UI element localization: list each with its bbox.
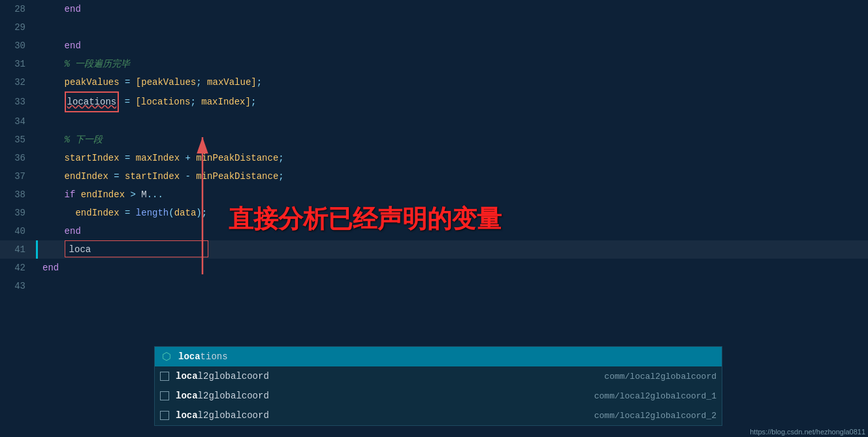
autocomplete-item-name-l2g3: local2globalcoord bbox=[176, 410, 568, 421]
match-highlight: loca bbox=[178, 351, 201, 362]
line-content-30: end bbox=[36, 37, 868, 55]
code-line-34: 34 bbox=[0, 112, 868, 131]
line-number-43: 43 bbox=[0, 281, 36, 291]
rect-icon-2 bbox=[160, 391, 169, 400]
line-content-40: end bbox=[36, 222, 868, 240]
loca-input[interactable]: loca bbox=[65, 240, 208, 257]
code-line-37: 37 endIndex = startIndex - minPeakDistan… bbox=[0, 167, 868, 186]
line-content-43 bbox=[36, 277, 868, 295]
line-number-37: 37 bbox=[0, 171, 36, 182]
line-number-29: 29 bbox=[0, 22, 36, 33]
line-content-38: if endIndex > M... bbox=[36, 186, 868, 204]
line-content-32: peakValues = [peakValues; maxValue]; bbox=[36, 73, 868, 91]
line-number-34: 34 bbox=[0, 116, 36, 127]
code-line-40: 40 end bbox=[0, 222, 868, 240]
code-line-41: 41 loca bbox=[0, 240, 868, 259]
line-content-42: end bbox=[36, 259, 868, 277]
autocomplete-item-name-l2g1: local2globalcoord bbox=[176, 371, 578, 381]
line-number-41: 41 bbox=[0, 244, 36, 255]
line-content-41: loca bbox=[36, 240, 868, 259]
autocomplete-item-name-l2g2: local2globalcoord bbox=[176, 391, 568, 401]
code-line-38: 38 if endIndex > M... bbox=[0, 186, 868, 204]
rect-icon-1 bbox=[160, 372, 169, 381]
active-line-indicator bbox=[36, 240, 38, 259]
code-line-42: 42 end bbox=[0, 259, 868, 277]
code-area: 28 end 29 30 end 31 % 一段遍历完毕 32 peakValu… bbox=[0, 0, 868, 295]
line-content-36: startIndex = maxIndex + minPeakDistance; bbox=[36, 149, 868, 167]
line-content-35: % 下一段 bbox=[36, 131, 868, 149]
code-line-35: 35 % 下一段 bbox=[0, 131, 868, 149]
line-number-30: 30 bbox=[0, 40, 36, 51]
line-number-35: 35 bbox=[0, 135, 36, 145]
match-highlight-3: loca bbox=[176, 391, 198, 401]
line-number-42: 42 bbox=[0, 263, 36, 273]
autocomplete-item-local2globalcoord-3[interactable]: local2globalcoord comm/local2globalcoord… bbox=[155, 406, 722, 425]
code-line-30: 30 end bbox=[0, 37, 868, 55]
code-line-43: 43 bbox=[0, 277, 868, 295]
autocomplete-item-local2globalcoord-1[interactable]: local2globalcoord comm/local2globalcoord bbox=[155, 366, 722, 386]
line-number-28: 28 bbox=[0, 4, 36, 14]
line-content-29 bbox=[36, 18, 868, 37]
match-highlight-2: loca bbox=[176, 371, 198, 381]
code-line-39: 39 endIndex = length(data); bbox=[0, 204, 868, 222]
code-line-31: 31 % 一段遍历完毕 bbox=[0, 55, 868, 73]
code-line-29: 29 bbox=[0, 18, 868, 37]
line-number-40: 40 bbox=[0, 226, 36, 236]
url-label: https://blog.csdn.net/hezhongla0811 bbox=[750, 428, 865, 436]
line-content-39: endIndex = length(data); bbox=[36, 204, 868, 222]
autocomplete-item-local2globalcoord-2[interactable]: local2globalcoord comm/local2globalcoord… bbox=[155, 386, 722, 406]
line-content-34 bbox=[36, 112, 868, 131]
autocomplete-item-path-1: comm/local2globalcoord bbox=[578, 372, 716, 381]
line-number-39: 39 bbox=[0, 208, 36, 218]
line-number-36: 36 bbox=[0, 153, 36, 163]
line-content-37: endIndex = startIndex - minPeakDistance; bbox=[36, 167, 868, 186]
line-content-31: % 一段遍历完毕 bbox=[36, 55, 868, 73]
editor-container: 28 end 29 30 end 31 % 一段遍历完毕 32 peakValu… bbox=[0, 0, 868, 437]
autocomplete-item-locations[interactable]: ⬡ locations bbox=[155, 347, 722, 366]
rect-icon-3 bbox=[160, 411, 169, 420]
code-line-28: 28 end bbox=[0, 0, 868, 18]
code-line-33: 33 locations = [locations; maxIndex]; bbox=[0, 91, 868, 112]
match-highlight-4: loca bbox=[176, 410, 198, 421]
line-number-32: 32 bbox=[0, 77, 36, 88]
code-line-32: 32 peakValues = [peakValues; maxValue]; bbox=[0, 73, 868, 91]
autocomplete-item-path-3: comm/local2globalcoord_2 bbox=[568, 411, 716, 421]
autocomplete-dropdown: ⬡ locations local2globalcoord comm/local… bbox=[154, 346, 722, 426]
line-number-38: 38 bbox=[0, 189, 36, 200]
autocomplete-item-name-locations: locations bbox=[178, 351, 716, 362]
cube-icon: ⬡ bbox=[160, 350, 173, 363]
autocomplete-item-path-2: comm/local2globalcoord_1 bbox=[568, 391, 716, 401]
locations-highlighted: locations bbox=[65, 91, 120, 112]
line-number-31: 31 bbox=[0, 59, 36, 69]
line-number-33: 33 bbox=[0, 97, 36, 107]
code-line-36: 36 startIndex = maxIndex + minPeakDistan… bbox=[0, 149, 868, 167]
line-content-33: locations = [locations; maxIndex]; bbox=[36, 91, 868, 112]
line-content-28: end bbox=[36, 0, 868, 18]
